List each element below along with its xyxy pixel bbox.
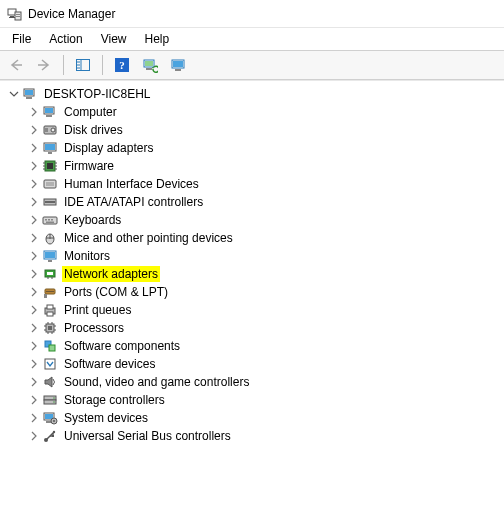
expand-collapse-icon[interactable] [28, 430, 40, 442]
toolbar-show-hide-button[interactable] [71, 53, 95, 77]
expand-collapse-icon[interactable] [28, 232, 40, 244]
tree-node-label[interactable]: Print queues [62, 302, 133, 318]
tree-node[interactable]: Monitors [4, 247, 504, 265]
tree-node-label[interactable]: System devices [62, 410, 150, 426]
toolbar-add-legacy-button[interactable] [166, 53, 190, 77]
expand-collapse-icon[interactable] [28, 178, 40, 190]
svg-rect-79 [49, 345, 55, 351]
expand-collapse-icon[interactable] [28, 412, 40, 424]
svg-text:?: ? [119, 59, 125, 71]
svg-rect-56 [47, 272, 53, 275]
expand-collapse-icon[interactable] [28, 250, 40, 262]
tree-node-label[interactable]: Network adapters [62, 266, 160, 282]
tree-node[interactable]: Ports (COM & LPT) [4, 283, 504, 301]
tree-node[interactable]: Print queues [4, 301, 504, 319]
svg-rect-2 [9, 17, 15, 18]
hid-icon [42, 176, 58, 192]
tree-node-label[interactable]: Monitors [62, 248, 112, 264]
tree-node[interactable]: Network adapters [4, 265, 504, 283]
toolbar-help-button[interactable]: ? [110, 53, 134, 77]
expand-collapse-icon[interactable] [28, 268, 40, 280]
expand-collapse-icon[interactable] [28, 286, 40, 298]
keyboard-icon [42, 212, 58, 228]
svg-rect-69 [48, 326, 52, 330]
tree-node[interactable]: IDE ATA/ATAPI controllers [4, 193, 504, 211]
tree-node-label[interactable]: Sound, video and game controllers [62, 374, 251, 390]
app-icon [6, 6, 22, 22]
svg-rect-45 [45, 219, 47, 221]
svg-rect-67 [47, 312, 53, 316]
svg-rect-5 [16, 16, 20, 17]
toolbar-scan-button[interactable] [138, 53, 162, 77]
tree-node[interactable]: Firmware [4, 157, 504, 175]
tree-node-label[interactable]: Storage controllers [62, 392, 167, 408]
tree-node[interactable]: Human Interface Devices [4, 175, 504, 193]
toolbar-separator [63, 55, 64, 75]
expand-collapse-icon[interactable] [28, 196, 40, 208]
tree-node[interactable]: Computer [4, 103, 504, 121]
tree-node[interactable]: Display adapters [4, 139, 504, 157]
expand-collapse-icon[interactable] [28, 106, 40, 118]
svg-rect-23 [45, 108, 53, 113]
toolbar-back-button[interactable] [4, 53, 28, 77]
menu-view[interactable]: View [93, 30, 135, 48]
svg-rect-4 [16, 14, 20, 15]
expand-collapse-icon[interactable] [28, 142, 40, 154]
device-tree[interactable]: DESKTOP-IIC8EHL Computer Disk drives Dis… [0, 80, 504, 516]
tree-node-label[interactable]: Universal Serial Bus controllers [62, 428, 233, 444]
expand-collapse-icon[interactable] [28, 304, 40, 316]
tree-node-label[interactable]: IDE ATA/ATAPI controllers [62, 194, 205, 210]
tree-node[interactable]: Sound, video and game controllers [4, 373, 504, 391]
svg-rect-29 [45, 144, 55, 150]
menu-file[interactable]: File [4, 30, 39, 48]
tree-node[interactable]: Disk drives [4, 121, 504, 139]
expand-collapse-icon[interactable] [28, 322, 40, 334]
tree-node[interactable]: Software components [4, 337, 504, 355]
tree-node[interactable]: System devices [4, 409, 504, 427]
computer-root-icon [22, 86, 38, 102]
monitor-icon [170, 57, 186, 73]
tree-node-label[interactable]: Mice and other pointing devices [62, 230, 235, 246]
tree-node[interactable]: Keyboards [4, 211, 504, 229]
tree-node-label[interactable]: Software components [62, 338, 182, 354]
tree-root-label[interactable]: DESKTOP-IIC8EHL [42, 86, 152, 102]
svg-rect-64 [44, 294, 47, 298]
expand-collapse-icon[interactable] [28, 340, 40, 352]
tree-node-label[interactable]: Processors [62, 320, 126, 336]
menu-help[interactable]: Help [137, 30, 178, 48]
expand-collapse-icon[interactable] [28, 124, 40, 136]
tree-node[interactable]: Software devices [4, 355, 504, 373]
tree-node-label[interactable]: Ports (COM & LPT) [62, 284, 170, 300]
expand-collapse-icon[interactable] [28, 376, 40, 388]
ports-icon [42, 284, 58, 300]
disk-icon [42, 122, 58, 138]
expand-collapse-icon[interactable] [28, 214, 40, 226]
firmware-icon [42, 158, 58, 174]
tree-node-label[interactable]: Firmware [62, 158, 116, 174]
svg-point-61 [48, 291, 49, 292]
tree-node-label[interactable]: Computer [62, 104, 119, 120]
menu-action[interactable]: Action [41, 30, 90, 48]
svg-rect-48 [46, 222, 54, 224]
svg-rect-1 [10, 16, 14, 17]
display-icon [42, 140, 58, 156]
tree-node[interactable]: Universal Serial Bus controllers [4, 427, 504, 445]
storage-icon [42, 392, 58, 408]
expand-collapse-icon[interactable] [28, 358, 40, 370]
tree-root[interactable]: DESKTOP-IIC8EHL [4, 85, 504, 103]
svg-point-91 [53, 431, 55, 433]
tree-node-label[interactable]: Keyboards [62, 212, 123, 228]
tree-node[interactable]: Storage controllers [4, 391, 504, 409]
tree-node[interactable]: Mice and other pointing devices [4, 229, 504, 247]
expand-collapse-icon[interactable] [28, 160, 40, 172]
expand-collapse-icon[interactable] [28, 394, 40, 406]
tree-node-label[interactable]: Human Interface Devices [62, 176, 201, 192]
expand-collapse-icon[interactable] [8, 88, 20, 100]
tree-node-label[interactable]: Software devices [62, 356, 157, 372]
toolbar-forward-button[interactable] [32, 53, 56, 77]
tree-node[interactable]: Processors [4, 319, 504, 337]
tree-node-label[interactable]: Display adapters [62, 140, 155, 156]
monitor-icon [42, 248, 58, 264]
tree-node-label[interactable]: Disk drives [62, 122, 125, 138]
swcomp-icon [42, 338, 58, 354]
